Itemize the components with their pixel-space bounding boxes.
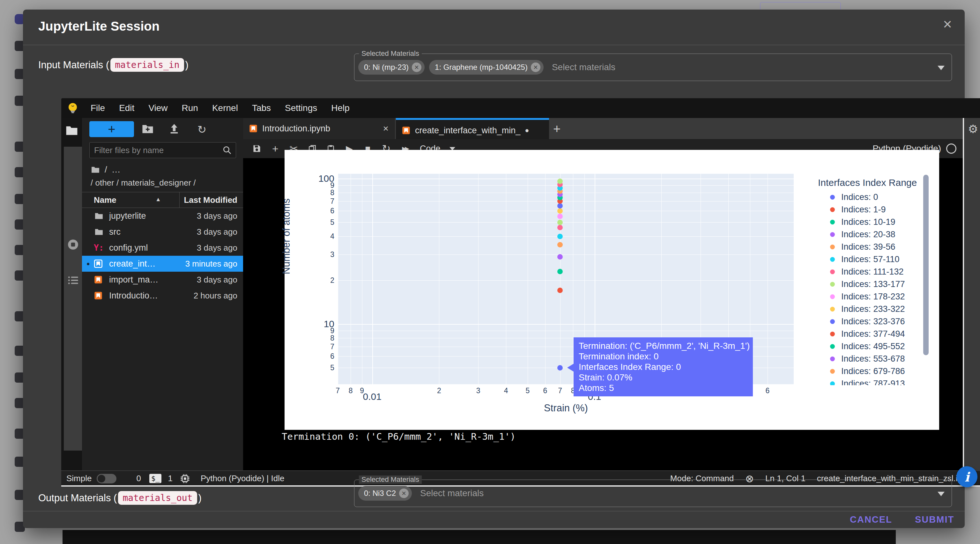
material-chip[interactable]: 0: Ni (mp-23)× <box>358 60 425 75</box>
file-row-introductio-[interactable]: Introductio…2 hours ago <box>82 288 243 304</box>
menu-file[interactable]: File <box>84 103 112 113</box>
x-gridline <box>506 174 506 384</box>
file-row-config-yml[interactable]: Y:config.yml3 days ago <box>82 240 243 256</box>
output-materials-select[interactable]: Selected Materials 0: Ni3 C2×Select mate… <box>354 480 952 507</box>
remove-chip-icon[interactable]: × <box>412 62 422 72</box>
legend-dot-icon <box>830 282 835 287</box>
file-filter-input[interactable] <box>90 145 222 155</box>
file-row-import-ma-[interactable]: import_ma…3 days ago <box>82 272 243 288</box>
file-row-src[interactable]: src3 days ago <box>82 224 243 240</box>
breadcrumb-ellipsis[interactable]: … <box>111 165 121 175</box>
legend-entry[interactable]: Indices: 1-9 <box>815 204 886 215</box>
select-placeholder[interactable]: Select materials <box>420 488 484 498</box>
legend-entry[interactable]: Indices: 57-110 <box>815 254 900 265</box>
legend-entry[interactable]: Indices: 553-678 <box>815 353 905 365</box>
cancel-button[interactable]: CANCEL <box>848 514 894 525</box>
file-list-header: Name ▲ Last Modified <box>82 192 243 208</box>
tab-introduction[interactable]: Introduction.ipynb × <box>243 118 395 139</box>
input-materials-select[interactable]: Selected Materials 0: Ni (mp-23)×1: Grap… <box>354 54 952 81</box>
info-button[interactable]: i <box>956 466 977 487</box>
x-gridline <box>478 174 479 384</box>
column-last-modified[interactable]: Last Modified <box>184 195 237 205</box>
legend-entry[interactable]: Indices: 495-552 <box>815 341 905 352</box>
remove-chip-icon[interactable]: × <box>531 62 540 72</box>
scatter-point[interactable] <box>557 234 563 239</box>
breadcrumb[interactable]: / … <box>91 165 121 175</box>
cell-output-text: Termination 0: ('C_P6/mmm_2', 'Ni_R-3m_1… <box>282 431 515 442</box>
y-tick-label: 8 <box>315 189 334 197</box>
remove-chip-icon[interactable]: × <box>399 488 409 498</box>
legend-entry[interactable]: Indices: 787-913 <box>815 378 905 385</box>
scatter-point[interactable] <box>557 203 563 209</box>
menu-settings[interactable]: Settings <box>278 103 324 113</box>
legend-entry[interactable]: Indices: 0 <box>815 191 878 203</box>
submit-button[interactable]: SUBMIT <box>913 514 956 525</box>
legend-entry[interactable]: Indices: 39-56 <box>815 241 896 252</box>
select-placeholder[interactable]: Select materials <box>552 62 616 72</box>
menu-edit[interactable]: Edit <box>112 103 141 113</box>
chevron-down-icon[interactable] <box>937 492 945 496</box>
running-kernels-icon[interactable] <box>67 238 79 251</box>
add-tab-icon[interactable]: + <box>553 122 560 136</box>
file-row-create-int-[interactable]: ●create_int…3 minutes ago <box>82 256 243 272</box>
menu-run[interactable]: Run <box>175 103 205 113</box>
column-divider <box>179 192 180 208</box>
material-chip[interactable]: 1: Graphene (mp-1040425)× <box>429 60 544 75</box>
material-chip[interactable]: 0: Ni3 C2× <box>358 486 412 501</box>
menu-kernel[interactable]: Kernel <box>205 103 245 113</box>
x-tick-label: 7 <box>558 387 562 395</box>
menu-view[interactable]: View <box>141 103 175 113</box>
legend-entry[interactable]: Indices: 233-322 <box>815 303 905 315</box>
refresh-icon[interactable]: ↻ <box>196 123 208 136</box>
save-icon[interactable] <box>248 144 266 153</box>
legend-entry[interactable]: Indices: 111-132 <box>815 266 904 278</box>
terminals-count[interactable]: 1 <box>168 474 172 484</box>
sort-asc-icon[interactable]: ▲ <box>155 196 161 203</box>
legend-scrollbar[interactable] <box>923 175 929 355</box>
legend-entry[interactable]: Indices: 20-38 <box>815 228 896 240</box>
legend-entry[interactable]: Indices: 178-232 <box>815 291 905 302</box>
tooltip-line: Atoms: 5 <box>579 383 748 393</box>
menu-tabs[interactable]: Tabs <box>245 103 278 113</box>
simple-mode-toggle[interactable] <box>97 474 116 484</box>
scatter-point[interactable] <box>557 179 563 184</box>
upload-icon[interactable] <box>169 123 181 136</box>
terminal-icon[interactable]: $_ <box>149 474 162 483</box>
kernel-status-text[interactable]: Python (Pyodide) | Idle <box>200 474 285 484</box>
materials-out-code-chip: materials_out <box>118 491 197 505</box>
close-icon[interactable]: × <box>943 17 952 32</box>
scatter-point[interactable] <box>557 365 563 371</box>
chevron-down-icon[interactable] <box>937 66 945 70</box>
kernels-count[interactable]: 0 <box>136 474 141 484</box>
legend-entry[interactable]: Indices: 377-494 <box>815 328 905 339</box>
column-name[interactable]: Name <box>94 195 116 205</box>
home-folder-icon[interactable] <box>91 165 100 174</box>
insert-cell-icon[interactable]: + <box>266 143 285 155</box>
menu-help[interactable]: Help <box>324 103 356 113</box>
scatter-point[interactable] <box>557 254 563 260</box>
breadcrumb-path[interactable]: / other / materials_designer / <box>91 178 196 188</box>
scatter-point[interactable] <box>557 269 563 274</box>
file-filter-box[interactable] <box>89 142 236 158</box>
cpu-chip-icon[interactable] <box>180 474 190 484</box>
table-of-contents-icon[interactable] <box>67 274 79 286</box>
legend-entry[interactable]: Indices: 679-786 <box>815 365 905 377</box>
new-launcher-button[interactable]: + <box>89 121 134 137</box>
x-tick-label: 4 <box>504 387 508 395</box>
legend-entry[interactable]: Indices: 10-19 <box>815 216 896 228</box>
gear-icon[interactable]: ⚙ <box>968 122 978 136</box>
file-row-jupyterlite[interactable]: jupyterlite3 days ago <box>82 208 243 224</box>
divider <box>23 511 965 511</box>
folder-icon <box>94 212 105 220</box>
scatter-point[interactable] <box>557 208 563 214</box>
scatter-point[interactable] <box>557 220 563 225</box>
y-gridline <box>338 331 794 331</box>
close-tab-icon[interactable]: × <box>383 123 388 134</box>
y-tick-label: 8 <box>315 334 334 343</box>
tab-create-interface[interactable]: create_interface_with_min_ ● <box>396 118 549 141</box>
legend-entry[interactable]: Indices: 323-376 <box>815 316 905 327</box>
file-browser-icon[interactable] <box>66 124 78 136</box>
legend-entry[interactable]: Indices: 133-177 <box>815 278 905 290</box>
new-folder-icon[interactable] <box>142 123 155 136</box>
scatter-point[interactable] <box>557 214 563 219</box>
